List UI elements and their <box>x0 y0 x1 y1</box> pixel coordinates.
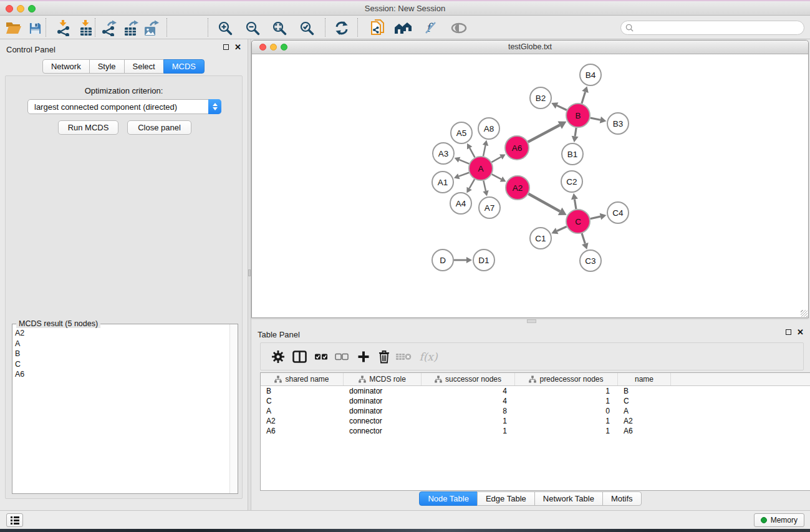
graph-edge-C-C4[interactable] <box>591 216 600 219</box>
zoom-out-button[interactable] <box>242 18 263 38</box>
home-button[interactable] <box>393 18 414 38</box>
horizontal-split-handle[interactable] <box>527 319 536 323</box>
table-cell[interactable]: 8 <box>422 407 515 415</box>
table-cell[interactable]: 1 <box>515 387 618 395</box>
table-cell[interactable]: A <box>261 407 344 415</box>
column-header-shared-name[interactable]: shared name <box>261 373 344 385</box>
table-row[interactable]: A6connector11A6 <box>261 426 810 436</box>
table-cell[interactable]: B <box>261 387 344 395</box>
mcds-result-scrollbar[interactable] <box>229 324 238 493</box>
graph-edge-B-B3[interactable] <box>591 118 600 120</box>
search-field[interactable] <box>620 21 804 35</box>
tab-network[interactable]: Network <box>42 59 90 74</box>
search-input[interactable] <box>634 24 804 32</box>
graph-edge-A2-C[interactable] <box>528 194 560 211</box>
deselect-all-button[interactable] <box>332 348 351 365</box>
column-header-name[interactable]: name <box>618 373 671 385</box>
network-overview-button[interactable] <box>367 18 388 38</box>
table-cell[interactable]: A6 <box>618 427 671 435</box>
table-cell[interactable]: connector <box>344 417 422 425</box>
table-cell[interactable]: A2 <box>261 417 344 425</box>
import-table-button[interactable] <box>75 18 97 38</box>
table-row[interactable]: Cdominator41C <box>261 396 810 406</box>
table-cell[interactable]: 4 <box>422 397 515 405</box>
close-panel-button[interactable]: Close panel <box>127 120 191 135</box>
import-network-button[interactable] <box>53 18 74 38</box>
graph-edge-B-B1[interactable] <box>575 128 576 137</box>
graph-edge-C-C1[interactable] <box>557 226 567 231</box>
apply-function-button[interactable]: f(x) <box>415 348 441 365</box>
mcds-result-item[interactable]: C <box>15 359 229 370</box>
hide-labels-button[interactable]: f <box>420 18 441 38</box>
table-cell[interactable]: 1 <box>515 427 618 435</box>
table-cell[interactable]: 1 <box>515 397 618 405</box>
table-cell[interactable]: C <box>261 397 344 405</box>
graph-edge-A-A4[interactable] <box>470 179 475 188</box>
graph-edge-A-A5[interactable] <box>470 148 475 157</box>
mcds-result-item[interactable]: A2 <box>15 328 229 339</box>
show-hide-button[interactable] <box>448 18 470 38</box>
table-settings-button[interactable] <box>269 348 287 365</box>
table-cell[interactable]: dominator <box>344 397 422 405</box>
table-row[interactable]: Adominator80A <box>261 406 810 416</box>
run-mcds-button[interactable]: Run MCDS <box>58 120 118 135</box>
table-tab-motifs[interactable]: Motifs <box>602 491 642 506</box>
table-cell[interactable]: A6 <box>261 427 344 435</box>
table-cell[interactable]: 1 <box>422 427 515 435</box>
table-cell[interactable]: B <box>618 387 671 395</box>
graph-edge-C-C2[interactable] <box>574 199 576 209</box>
table-row[interactable]: A2connector11A2 <box>261 416 810 426</box>
table-cell[interactable]: 1 <box>515 417 618 425</box>
close-table-panel-icon[interactable]: ✕ <box>797 329 804 335</box>
table-tab-network-table[interactable]: Network Table <box>534 491 603 506</box>
delete-table-button[interactable] <box>394 348 413 365</box>
delete-column-button[interactable] <box>375 348 393 365</box>
table-cell[interactable]: C <box>618 397 671 405</box>
column-header-MCDS-role[interactable]: MCDS role <box>344 373 422 385</box>
graph-edge-A6-B[interactable] <box>528 125 560 142</box>
network-canvas[interactable]: AA1A2A3A4A5A6A7A8BB1B2B3B4CC1C2C3C4DD1 <box>253 54 808 317</box>
export-network-button[interactable] <box>99 18 120 38</box>
select-all-button[interactable] <box>312 348 330 365</box>
refresh-button[interactable] <box>331 18 352 38</box>
table-tab-node-table[interactable]: Node Table <box>419 491 478 506</box>
table-tab-edge-table[interactable]: Edge Table <box>477 491 535 506</box>
column-header-predecessor-nodes[interactable]: predecessor nodes <box>515 373 618 385</box>
tab-style[interactable]: Style <box>89 59 125 74</box>
table-cell[interactable]: connector <box>344 427 422 435</box>
graph-edge-C-C3[interactable] <box>582 233 585 244</box>
graph-edge-A-A6[interactable] <box>491 157 501 163</box>
mcds-result-item[interactable]: A6 <box>15 369 229 380</box>
zoom-in-button[interactable] <box>215 18 236 38</box>
graph-edge-B-B4[interactable] <box>582 92 586 103</box>
column-header-successor-nodes[interactable]: successor nodes <box>422 373 515 385</box>
task-history-button[interactable] <box>6 513 23 527</box>
tab-select[interactable]: Select <box>124 59 164 74</box>
close-panel-icon[interactable]: ✕ <box>234 44 241 50</box>
optimization-criterion-dropdown[interactable]: largest connected component (directed) <box>27 99 221 114</box>
export-image-button[interactable] <box>141 18 162 38</box>
zoom-fit-button[interactable] <box>269 18 290 38</box>
export-table-button[interactable] <box>120 18 142 38</box>
table-row[interactable]: Bdominator41B <box>261 386 810 396</box>
zoom-selected-button[interactable] <box>296 18 317 38</box>
graph-edge-A-A1[interactable] <box>459 173 469 177</box>
table-cell[interactable]: dominator <box>344 387 422 395</box>
window-resize-grip[interactable] <box>801 310 808 317</box>
graph-edge-A-A3[interactable] <box>460 160 470 163</box>
mcds-result-item[interactable]: A <box>15 339 229 349</box>
float-table-panel-icon[interactable] <box>786 329 791 335</box>
table-cell[interactable]: A <box>618 407 671 415</box>
table-cell[interactable]: 1 <box>422 417 515 425</box>
graph-edge-B-B2[interactable] <box>557 105 567 110</box>
table-cell[interactable]: dominator <box>344 407 422 415</box>
network-window-titlebar[interactable]: testGlobe.txt <box>252 41 808 54</box>
graph-edge-A-A2[interactable] <box>492 174 501 179</box>
float-panel-icon[interactable] <box>223 44 229 50</box>
tab-mcds[interactable]: MCDS <box>163 59 205 74</box>
save-session-button[interactable] <box>24 18 46 38</box>
column-layout-button[interactable] <box>290 348 309 365</box>
graph-edge-A-A8[interactable] <box>483 145 486 156</box>
graph-edge-A-A7[interactable] <box>483 181 486 191</box>
table-cell[interactable]: A2 <box>618 417 671 425</box>
